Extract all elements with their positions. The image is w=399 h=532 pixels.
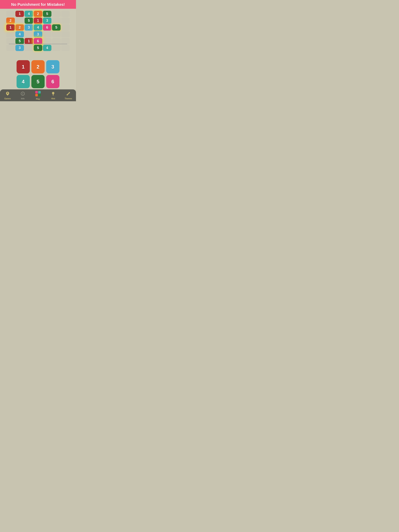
hint-icon <box>51 91 56 97</box>
cell-r1c2[interactable]: 1 <box>15 11 24 17</box>
svg-point-9 <box>67 94 68 95</box>
cell-r1c4[interactable]: 2 <box>34 11 42 17</box>
cell-r1c7 <box>61 11 70 17</box>
token-1[interactable]: 1 <box>17 60 30 73</box>
token-1-value: 1 <box>22 64 25 70</box>
svg-rect-4 <box>38 91 41 94</box>
svg-point-0 <box>7 93 8 94</box>
cell-r5c6 <box>52 38 61 44</box>
cell-r5c7 <box>61 38 70 44</box>
games-icon <box>5 91 10 97</box>
cell-r6c5[interactable]: 4 <box>43 45 51 51</box>
cell-r6c3 <box>25 45 33 51</box>
nav-label-themes: Themes <box>65 98 72 100</box>
cell-r3c2[interactable]: 2 <box>15 24 24 31</box>
puzzle-grid: 1 4 2 5 2 5 1 3 1 2 3 4 6 5 4 <box>5 11 71 58</box>
cell-r2c1[interactable]: 2 <box>6 18 15 24</box>
nav-item-info[interactable]: i Info <box>16 91 30 100</box>
cell-r2c4[interactable]: 1 <box>34 18 42 24</box>
play-icon <box>35 91 41 98</box>
svg-rect-5 <box>35 94 38 96</box>
cell-r4c4[interactable]: 3 <box>34 31 42 37</box>
cell-r4c5 <box>43 31 51 37</box>
cell-r2c3[interactable]: 5 <box>25 18 33 24</box>
token-3[interactable]: 3 <box>46 60 59 73</box>
cell-r5c5 <box>43 38 51 44</box>
grid-separator <box>9 44 67 44</box>
themes-icon <box>66 91 71 97</box>
main-content: 1 4 2 5 2 5 1 3 1 2 3 4 6 5 4 <box>0 9 76 89</box>
cell-r3c1[interactable]: 1 <box>6 24 15 31</box>
cell-r4c1 <box>6 31 15 37</box>
nav-label-hint: Hint <box>51 98 55 100</box>
cell-r2c7 <box>61 18 70 24</box>
nav-item-play[interactable]: Play <box>31 91 45 100</box>
token-2-value: 2 <box>37 64 39 70</box>
cell-r3c4[interactable]: 4 <box>34 24 42 31</box>
token-6[interactable]: 6 <box>46 75 59 88</box>
token-picker: 1 2 3 4 5 6 <box>17 60 59 88</box>
cell-r5c1 <box>6 38 15 44</box>
nav-item-themes[interactable]: Themes <box>61 91 75 100</box>
grid-cells: 1 4 2 5 2 5 1 3 1 2 3 4 6 5 4 <box>6 11 70 65</box>
nav-label-play: Play <box>36 98 40 100</box>
cell-r5c3[interactable]: 1 <box>25 38 33 44</box>
cell-r2c2 <box>15 18 24 24</box>
header-title: No Punishment for Mistakes! <box>3 2 73 7</box>
token-4[interactable]: 4 <box>17 75 30 88</box>
cell-r3c5[interactable]: 6 <box>43 24 51 31</box>
cell-r1c5[interactable]: 5 <box>43 11 51 17</box>
app-header: No Punishment for Mistakes! <box>0 0 76 9</box>
nav-label-games: Games <box>4 98 11 100</box>
cell-r3c3[interactable]: 3 <box>25 24 33 31</box>
cell-r5c2[interactable]: 5 <box>15 38 24 44</box>
cell-r4c6 <box>52 31 61 37</box>
svg-text:i: i <box>22 92 23 95</box>
cell-r6c6 <box>52 45 61 51</box>
token-6-value: 6 <box>51 79 54 85</box>
svg-rect-6 <box>38 94 41 96</box>
cell-r4c7 <box>61 31 70 37</box>
cell-r3c6[interactable]: 5 <box>52 24 61 31</box>
token-5-value: 5 <box>37 79 39 85</box>
nav-item-hint[interactable]: Hint <box>46 91 60 100</box>
bottom-nav: Games i Info Play <box>0 89 76 101</box>
token-2[interactable]: 2 <box>31 60 45 73</box>
token-4-value: 4 <box>22 79 25 85</box>
cell-r2c6 <box>52 18 61 24</box>
cell-r6c4[interactable]: 5 <box>34 45 42 51</box>
svg-rect-3 <box>35 91 38 94</box>
cell-r6c1 <box>6 45 15 51</box>
token-5[interactable]: 5 <box>31 75 45 88</box>
cell-r6c2[interactable]: 3 <box>15 45 24 51</box>
token-3-value: 3 <box>51 64 54 70</box>
svg-rect-7 <box>53 95 54 95</box>
nav-item-games[interactable]: Games <box>0 91 15 100</box>
svg-rect-8 <box>53 95 54 96</box>
cell-r1c3[interactable]: 4 <box>25 11 33 17</box>
cell-r1c1 <box>6 11 15 17</box>
cell-r1c6 <box>52 11 61 17</box>
cell-r2c5[interactable]: 3 <box>43 18 51 24</box>
nav-label-info: Info <box>21 98 25 100</box>
info-icon: i <box>20 91 25 97</box>
cell-r4c2[interactable]: 4 <box>15 31 24 37</box>
cell-r5c4[interactable]: 6 <box>34 38 42 44</box>
cell-r3c7 <box>61 24 70 31</box>
cell-r4c3 <box>25 31 33 37</box>
cell-r6c7 <box>61 45 70 51</box>
